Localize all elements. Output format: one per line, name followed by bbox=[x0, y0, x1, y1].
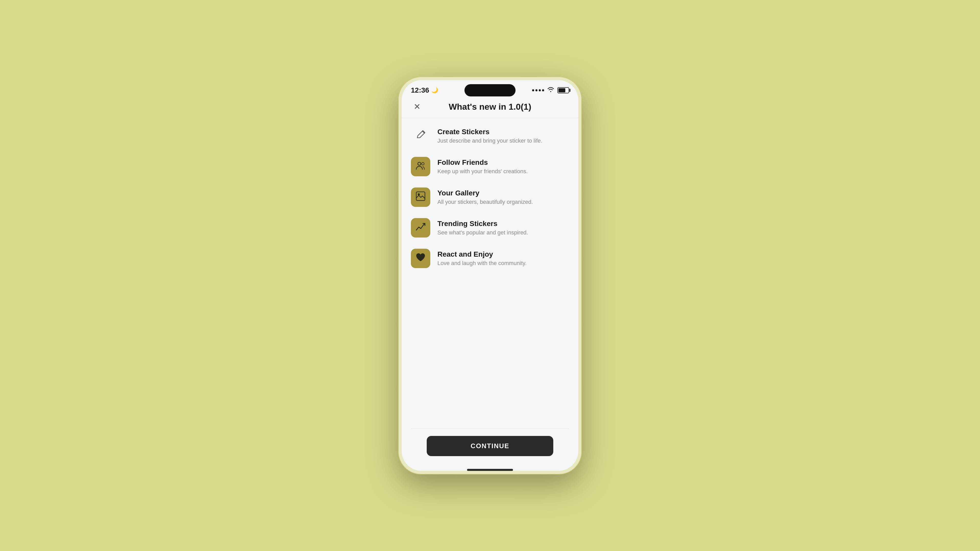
create-stickers-icon-wrap bbox=[411, 126, 430, 146]
close-icon: ✕ bbox=[414, 102, 421, 111]
signal-dots bbox=[532, 89, 544, 91]
page-title: What's new in 1.0(1) bbox=[449, 102, 531, 112]
bottom-section: CONTINUE bbox=[402, 424, 578, 464]
follow-friends-text: Follow Friends Keep up with your friends… bbox=[438, 159, 569, 175]
status-right bbox=[532, 87, 569, 94]
dot4 bbox=[542, 89, 544, 91]
heart-icon bbox=[415, 252, 426, 265]
svg-rect-2 bbox=[416, 192, 425, 200]
react-icon-wrap bbox=[411, 249, 430, 268]
trending-icon bbox=[415, 221, 426, 234]
list-item: React and Enjoy Love and laugh with the … bbox=[402, 243, 578, 274]
list-item: Create Stickers Just describe and bring … bbox=[402, 121, 578, 151]
header: ✕ What's new in 1.0(1) bbox=[402, 97, 578, 118]
wifi-icon bbox=[547, 87, 554, 94]
gallery-icon bbox=[415, 191, 426, 204]
time-display: 12:36 bbox=[411, 86, 429, 94]
gallery-icon-wrap bbox=[411, 187, 430, 207]
create-stickers-title: Create Stickers bbox=[438, 128, 569, 136]
close-button[interactable]: ✕ bbox=[411, 100, 423, 113]
screen-content: ✕ What's new in 1.0(1) bbox=[402, 97, 578, 471]
pencil-icon bbox=[415, 130, 426, 143]
list-item: Follow Friends Keep up with your friends… bbox=[402, 151, 578, 182]
svg-point-0 bbox=[418, 162, 421, 165]
follow-friends-desc: Keep up with your friends' creations. bbox=[438, 168, 569, 175]
gallery-title: Your Gallery bbox=[438, 189, 569, 197]
dot2 bbox=[535, 89, 538, 91]
follow-friends-title: Follow Friends bbox=[438, 159, 569, 167]
trending-desc: See what's popular and get inspired. bbox=[438, 229, 569, 236]
react-desc: Love and laugh with the community. bbox=[438, 260, 569, 267]
trending-icon-wrap bbox=[411, 218, 430, 238]
list-item: Trending Stickers See what's popular and… bbox=[402, 213, 578, 243]
status-bar: 12:36 🌙 bbox=[402, 80, 578, 97]
list-item: Your Gallery All your stickers, beautifu… bbox=[402, 182, 578, 213]
people-icon bbox=[415, 160, 426, 173]
dot3 bbox=[539, 89, 541, 91]
gallery-desc: All your stickers, beautifully organized… bbox=[438, 199, 569, 205]
follow-friends-icon-wrap bbox=[411, 157, 430, 176]
trending-title: Trending Stickers bbox=[438, 220, 569, 228]
dot1 bbox=[532, 89, 534, 91]
create-stickers-text: Create Stickers Just describe and bring … bbox=[438, 128, 569, 144]
moon-icon: 🌙 bbox=[431, 87, 438, 94]
react-text: React and Enjoy Love and laugh with the … bbox=[438, 250, 569, 267]
phone-screen: 12:36 🌙 bbox=[402, 80, 578, 471]
gallery-text: Your Gallery All your stickers, beautifu… bbox=[438, 189, 569, 205]
continue-button[interactable]: CONTINUE bbox=[427, 436, 553, 456]
battery-icon bbox=[557, 87, 569, 94]
svg-point-1 bbox=[422, 162, 424, 165]
features-list: Create Stickers Just describe and bring … bbox=[402, 118, 578, 424]
phone-frame: 12:36 🌙 bbox=[398, 76, 582, 475]
status-time: 12:36 🌙 bbox=[411, 86, 438, 94]
trending-text: Trending Stickers See what's popular and… bbox=[438, 220, 569, 236]
dynamic-island bbox=[465, 84, 515, 97]
battery-fill bbox=[558, 88, 565, 92]
create-stickers-desc: Just describe and bring your sticker to … bbox=[438, 138, 569, 144]
home-indicator bbox=[467, 469, 513, 471]
svg-point-3 bbox=[418, 193, 420, 195]
bottom-divider bbox=[411, 429, 569, 429]
react-title: React and Enjoy bbox=[438, 250, 569, 259]
